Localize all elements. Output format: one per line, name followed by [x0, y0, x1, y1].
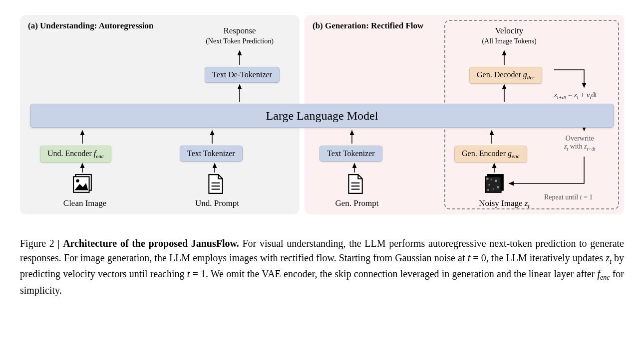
text-tokenizer-a-block: Text Tokenizer	[180, 146, 243, 162]
response-label: Response (Next Token Prediction)	[190, 26, 290, 46]
velocity-text: Velocity	[495, 26, 524, 35]
svg-rect-12	[491, 179, 492, 180]
gen-prompt-label: Gen. Prompt	[327, 198, 387, 208]
response-sub: (Next Token Prediction)	[206, 37, 274, 45]
figure-caption: Figure 2 | Architecture of the proposed …	[20, 236, 624, 298]
gen-encoder-block: Gen. Encoder genc	[454, 146, 527, 163]
architecture-diagram: (a) Understanding: Autoregression (b) Ge…	[20, 15, 624, 224]
document-icon-b	[344, 174, 365, 194]
svg-rect-13	[495, 180, 497, 182]
svg-rect-17	[487, 189, 489, 191]
figure-number: Figure 2 |	[20, 238, 63, 249]
svg-rect-14	[488, 184, 490, 185]
svg-rect-15	[497, 186, 499, 188]
velocity-sub: (All Image Tokens)	[482, 37, 536, 45]
repeat-label: Repeat until t = 1	[544, 193, 593, 201]
velocity-label: Velocity (All Image Tokens)	[459, 26, 559, 46]
clean-image-icon	[72, 174, 93, 194]
text-detokenizer-block: Text De-Tokenizer	[205, 67, 280, 83]
svg-rect-16	[493, 188, 494, 189]
und-prompt-label: Und. Prompt	[187, 198, 247, 208]
document-icon-a	[205, 174, 226, 194]
svg-rect-11	[486, 178, 488, 179]
noisy-image-icon	[484, 174, 505, 194]
text-tokenizer-b-block: Text Tokenizer	[320, 146, 382, 162]
response-text: Response	[223, 26, 256, 35]
svg-point-2	[76, 179, 79, 182]
gen-decoder-block: Gen. Decoder gdec	[469, 67, 542, 84]
overwrite-label: Overwrite zt with zt+dt	[564, 135, 596, 152]
caption-title: Architecture of the proposed JanusFlow.	[63, 238, 239, 249]
und-encoder-block: Und. Encoder fenc	[40, 146, 111, 163]
update-equation: zt+dt = zt + vtdt	[554, 91, 597, 100]
llm-block: Large Language Model	[30, 104, 614, 128]
noisy-image-label: Noisy Image zt	[464, 198, 544, 210]
clean-image-label: Clean Image	[55, 198, 115, 208]
